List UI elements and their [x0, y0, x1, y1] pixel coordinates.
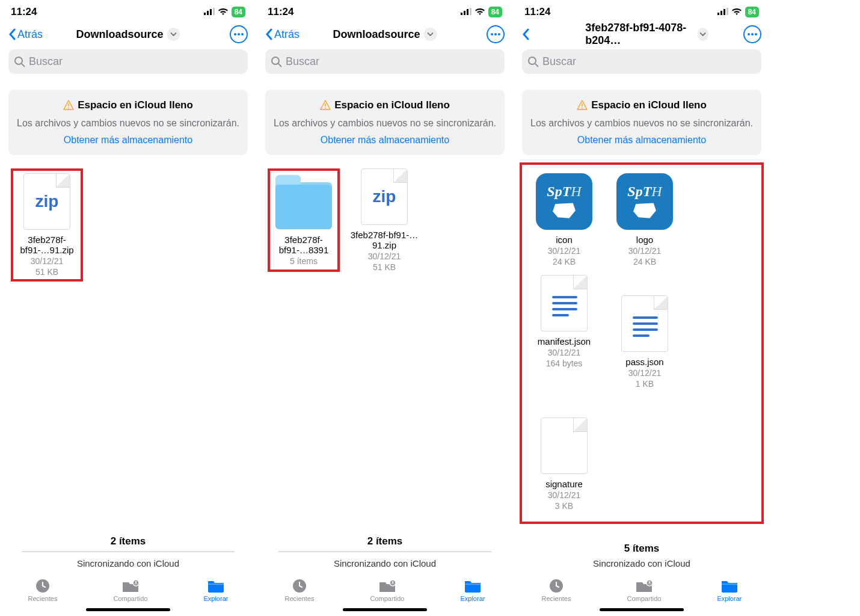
chevron-down-icon[interactable]	[698, 28, 708, 41]
signal-icon	[204, 6, 215, 18]
svg-point-28	[392, 581, 393, 583]
svg-rect-44	[722, 584, 737, 585]
file-date: 30/12/21	[628, 368, 662, 378]
folder-item[interactable]: 3feb278f-bf91-…8391 5 ítems	[268, 168, 340, 272]
signal-icon	[461, 6, 471, 18]
back-label: Atrás	[17, 28, 43, 41]
tab-recents[interactable]: Recientes	[542, 578, 571, 602]
file-date: 30/12/21	[628, 246, 662, 256]
wifi-icon	[218, 6, 229, 18]
alert-link[interactable]: Obtener más almacenamiento	[16, 135, 241, 146]
back-button[interactable]: Atrás	[265, 28, 299, 41]
alert-link[interactable]: Obtener más almacenamiento	[272, 135, 497, 146]
signal-icon	[717, 6, 728, 18]
tab-shared[interactable]: Compartido	[370, 578, 405, 602]
search-input[interactable]: Buscar	[522, 49, 761, 74]
nav-title-wrap[interactable]: 3feb278f-bf91-4078-b204…	[585, 22, 708, 47]
alert-title: Espacio en iCloud lleno	[78, 99, 193, 111]
tab-shared[interactable]: Compartido	[627, 578, 662, 602]
svg-point-6	[241, 33, 244, 35]
svg-point-20	[494, 33, 497, 35]
file-name: logo	[636, 235, 653, 245]
alert-link[interactable]: Obtener más almacenamiento	[529, 135, 754, 146]
nav-title-wrap[interactable]: Downloadsource	[76, 28, 180, 41]
screen-2: 11:24 84 Atrás Downloadsource Buscar Esp…	[257, 0, 513, 616]
file-date: 30/12/21	[548, 490, 581, 500]
file-item[interactable]: signature 30/12/21 3 KB	[528, 417, 600, 511]
files-grid: zip 3feb278f-bf91-…91.zip 30/12/21 51 KB	[0, 162, 256, 288]
file-size: 24 KB	[553, 257, 576, 266]
tab-recents[interactable]: Recientes	[28, 578, 58, 602]
status-icons: 84	[204, 6, 245, 18]
search-icon	[271, 57, 282, 67]
file-item[interactable]: SpTH logo 30/12/21 24 KB	[609, 173, 681, 266]
file-name: pass.json	[625, 357, 663, 367]
file-name: icon	[556, 235, 573, 245]
warning-icon	[320, 100, 331, 111]
more-button[interactable]	[230, 25, 248, 43]
file-meta: 5 ítems	[290, 256, 318, 266]
files-grid: SpTH icon 30/12/21 24 KB SpTH logo 30/12…	[520, 162, 764, 524]
file-size: 51 KB	[35, 267, 58, 277]
tab-browse[interactable]: Explorar	[460, 578, 485, 602]
status-icons: 84	[461, 6, 502, 18]
svg-point-4	[234, 33, 236, 35]
file-size: 1 KB	[636, 379, 654, 389]
icloud-alert: Espacio en iCloud lleno Los archivos y c…	[522, 90, 761, 155]
item-count: 5 ítems	[514, 539, 770, 555]
svg-point-43	[648, 581, 650, 583]
tab-shared[interactable]: Compartido	[114, 578, 148, 602]
tab-browse[interactable]: Explorar	[717, 578, 742, 602]
nav-header: Atrás Downloadsource	[0, 20, 256, 49]
chevron-down-icon[interactable]	[167, 28, 180, 41]
svg-line-38	[535, 64, 538, 67]
icloud-alert: Espacio en iCloud lleno Los archivos y c…	[8, 90, 248, 155]
svg-rect-16	[464, 11, 465, 15]
nav-title-wrap[interactable]: Downloadsource	[333, 28, 437, 41]
svg-rect-0	[204, 13, 206, 15]
file-item[interactable]: SpTH icon 30/12/21 24 KB	[528, 173, 600, 266]
tab-browse[interactable]: Explorar	[203, 578, 228, 602]
svg-line-23	[278, 64, 281, 67]
app-icon-thumb: SpTH	[616, 173, 673, 230]
svg-rect-18	[470, 8, 471, 15]
warning-icon	[63, 100, 74, 111]
file-item[interactable]: zip 3feb278f-bf91-…91.zip 30/12/21 51 KB	[348, 168, 420, 272]
file-item[interactable]: manifest.json 30/12/21 164 bytes	[528, 275, 600, 389]
shared-folder-icon	[378, 578, 396, 594]
alert-title: Espacio en iCloud lleno	[334, 99, 450, 111]
file-item[interactable]: zip 3feb278f-bf91-…91.zip 30/12/21 51 KB	[11, 168, 83, 282]
folder-icon	[720, 578, 739, 594]
item-count: 2 ítems	[257, 532, 513, 547]
alert-message: Los archivos y cambios nuevos no se sinc…	[272, 117, 497, 130]
folder-icon	[275, 173, 332, 230]
tab-recents[interactable]: Recientes	[285, 578, 315, 602]
search-input[interactable]: Buscar	[265, 49, 505, 74]
file-date: 30/12/21	[548, 348, 581, 357]
divider	[22, 551, 235, 552]
search-icon	[14, 57, 25, 67]
more-button[interactable]	[487, 25, 505, 43]
back-button[interactable]	[522, 28, 529, 40]
file-name: 3feb278f-bf91-…91.zip	[349, 230, 420, 250]
more-button[interactable]	[743, 25, 761, 43]
chevron-down-icon[interactable]	[424, 28, 437, 41]
home-indicator[interactable]	[86, 608, 170, 611]
file-size: 164 bytes	[546, 359, 583, 368]
svg-rect-30	[717, 13, 719, 15]
nav-header: Atrás Downloadsource	[257, 20, 513, 49]
file-name: 3feb278f-bf91-…8391	[272, 235, 335, 255]
nav-title: Downloadsource	[333, 28, 420, 41]
back-button[interactable]: Atrás	[8, 28, 43, 41]
svg-point-7	[15, 57, 22, 64]
svg-rect-2	[210, 9, 212, 15]
icloud-alert: Espacio en iCloud lleno Los archivos y c…	[265, 90, 505, 155]
home-indicator[interactable]	[600, 608, 684, 611]
home-indicator[interactable]	[343, 608, 427, 611]
app-icon-thumb: SpTH	[536, 173, 592, 230]
search-input[interactable]: Buscar	[8, 49, 248, 74]
svg-point-22	[272, 57, 279, 64]
tab-bar: Recientes Compartido Explorar	[257, 573, 513, 605]
file-item[interactable]: pass.json 30/12/21 1 KB	[609, 295, 681, 389]
svg-rect-33	[726, 8, 728, 15]
